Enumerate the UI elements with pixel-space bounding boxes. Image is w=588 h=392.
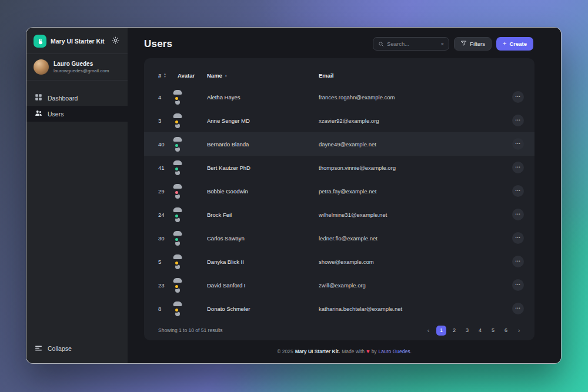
profile-text: Lauro Guedes laurowguedes@gmail.com [54, 61, 109, 73]
status-dot [174, 96, 179, 101]
user-email: xzavier92@example.org [319, 118, 498, 124]
main-content: Users × Filters [128, 28, 561, 363]
column-header-avatar: Avatar [178, 72, 207, 79]
status-dot [174, 190, 179, 195]
status-dot [174, 237, 179, 242]
profile-avatar [34, 59, 49, 75]
status-dot [174, 307, 179, 313]
status-dot [174, 260, 179, 266]
row-actions-button[interactable]: ••• [512, 209, 524, 220]
status-dot [174, 213, 179, 219]
sidebar-item-label: Dashboard [48, 95, 78, 102]
pagination-next[interactable]: › [514, 326, 524, 336]
user-email: dayne49@example.net [319, 141, 498, 148]
profile-name: Lauro Guedes [54, 61, 109, 67]
desktop-background: Mary UI Starter Kit Lauro Guedes laurowg… [0, 0, 588, 392]
column-label: Avatar [178, 72, 195, 79]
row-actions-button[interactable]: ••• [512, 232, 524, 244]
table-row[interactable]: 8 Donato Schmeler katharina.bechtelar@ex… [144, 297, 534, 320]
pagination-page-5[interactable]: 5 [488, 326, 498, 336]
dashboard-icon [35, 93, 42, 102]
collapse-icon [35, 344, 42, 353]
table-footer: Showing 1 to 10 of 51 results ‹ 1 2 3 4 … [144, 320, 534, 340]
status-dot [174, 119, 179, 125]
sidebar-item-dashboard[interactable]: Dashboard [26, 90, 128, 106]
search-icon [378, 39, 384, 49]
status-dot [174, 284, 179, 289]
status-dot [174, 166, 179, 172]
pagination-prev[interactable]: ‹ [423, 326, 433, 336]
table-row[interactable]: 30 Carlos Sawayn ledner.flo@example.net … [144, 226, 534, 250]
user-email: thompson.vinnie@example.org [319, 165, 498, 171]
row-actions-button[interactable]: ••• [512, 256, 524, 267]
user-email: frances.rogahn@example.com [319, 94, 498, 100]
table-row[interactable]: 41 Bert Kautzer PhD thompson.vinnie@exam… [144, 156, 534, 179]
search-box: × [373, 37, 449, 51]
user-email: ledner.flo@example.net [319, 235, 498, 242]
column-label: Email [319, 72, 333, 79]
sidebar-bottom: Collapse [26, 341, 128, 363]
pagination-page-1[interactable]: 1 [436, 326, 446, 336]
column-header-name[interactable]: Name ▲ [207, 72, 319, 79]
app-window: Mary UI Starter Kit Lauro Guedes laurowg… [26, 27, 562, 364]
collapse-button[interactable]: Collapse [26, 341, 128, 356]
table-row[interactable]: 5 Danyka Blick II showe@example.com ••• [144, 250, 534, 273]
sidebar: Mary UI Starter Kit Lauro Guedes laurowg… [26, 28, 128, 363]
header-controls: × Filters + Create [373, 37, 533, 51]
pagination-page-6[interactable]: 6 [501, 326, 511, 336]
user-name: Aletha Hayes [207, 94, 319, 100]
column-label: Name [207, 72, 222, 79]
made-with-text: Made with [342, 349, 365, 354]
search-input[interactable] [387, 41, 437, 47]
footer-brand: Mary UI Starter Kit. [295, 349, 340, 354]
create-label: Create [509, 41, 527, 47]
pagination: ‹ 1 2 3 4 5 6 › [423, 326, 524, 336]
clear-search-icon[interactable]: × [441, 41, 445, 47]
profile-card[interactable]: Lauro Guedes laurowguedes@gmail.com [26, 54, 128, 80]
table-row[interactable]: 23 David Sanford I zwill@example.org ••• [144, 273, 534, 297]
row-actions-button[interactable]: ••• [512, 279, 524, 291]
table-row[interactable]: 4 Aletha Hayes frances.rogahn@example.co… [144, 85, 534, 109]
sort-asc-icon: ▲ [225, 74, 227, 77]
row-actions-button[interactable]: ••• [512, 303, 524, 314]
theme-toggle-button[interactable] [111, 35, 121, 47]
app-logo-icon [34, 35, 46, 48]
users-icon [35, 109, 42, 118]
row-actions-button[interactable]: ••• [512, 138, 524, 150]
column-label: # [158, 72, 161, 79]
user-name: Danyka Blick II [207, 259, 319, 265]
sidebar-item-label: Users [48, 110, 64, 118]
user-name: Bert Kautzer PhD [207, 165, 319, 171]
brand-name: Mary UI Starter Kit [51, 38, 105, 45]
brand-row: Mary UI Starter Kit [26, 28, 128, 53]
row-actions-button[interactable]: ••• [512, 91, 524, 103]
user-email: katharina.bechtelar@example.net [319, 306, 498, 312]
table-row[interactable]: 24 Brock Feil wilhelmine31@example.net •… [144, 203, 534, 226]
user-name: David Sanford I [207, 282, 319, 289]
sidebar-menu: Dashboard Users [26, 90, 128, 122]
user-name: Carlos Sawayn [207, 235, 319, 242]
pagination-page-2[interactable]: 2 [449, 326, 459, 336]
column-header-id[interactable]: # ▲▼ [158, 72, 178, 79]
filters-label: Filters [470, 41, 485, 47]
table-row[interactable]: 3 Anne Senger MD xzavier92@example.org •… [144, 109, 534, 132]
user-email: zwill@example.org [319, 282, 498, 289]
table-row[interactable]: 29 Bobbie Goodwin petra.fay@example.net … [144, 179, 534, 203]
pagination-page-4[interactable]: 4 [475, 326, 485, 336]
create-button[interactable]: + Create [496, 37, 533, 51]
pagination-page-3[interactable]: 3 [462, 326, 472, 336]
row-actions-button[interactable]: ••• [512, 115, 524, 126]
table-row[interactable]: 40 Bernardo Blanda dayne49@example.net •… [144, 132, 534, 156]
author-link[interactable]: Lauro Guedes. [379, 349, 412, 354]
user-name: Brock Feil [207, 212, 319, 218]
sidebar-item-users[interactable]: Users [26, 106, 128, 122]
page-title: Users [144, 38, 172, 50]
row-actions-button[interactable]: ••• [512, 162, 524, 173]
sort-both-icon: ▲▼ [163, 73, 166, 78]
user-email: showe@example.com [319, 259, 498, 265]
heart-icon: ♥ [366, 349, 370, 354]
plus-icon: + [503, 41, 506, 47]
row-actions-button[interactable]: ••• [512, 185, 524, 197]
page-header: Users × Filters [128, 28, 561, 58]
filters-button[interactable]: Filters [454, 37, 492, 51]
